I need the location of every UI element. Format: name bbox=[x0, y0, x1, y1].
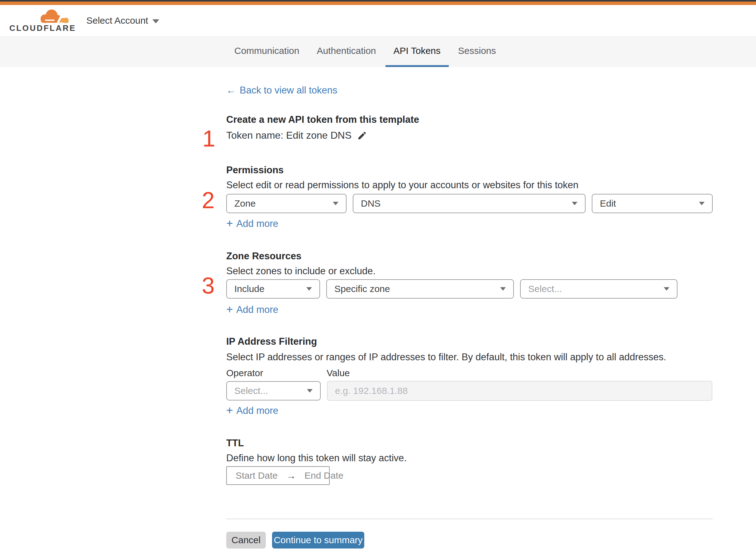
add-more-label: Add more bbox=[236, 304, 278, 316]
footer-divider bbox=[226, 519, 713, 519]
chevron-down-icon bbox=[306, 288, 312, 291]
tab-label: API Tokens bbox=[394, 45, 441, 56]
zone-type-select[interactable]: Specific zone bbox=[326, 279, 514, 299]
page-title: Create a new API token from this templat… bbox=[226, 114, 419, 125]
api-token-template-page: CLOUDFLARE Select Account Communication … bbox=[0, 0, 756, 551]
cloudflare-logo: CLOUDFLARE bbox=[9, 8, 69, 34]
edit-pencil-icon[interactable] bbox=[357, 131, 367, 140]
tab-api-tokens[interactable]: API Tokens bbox=[386, 36, 449, 67]
step-3-marker: 3 bbox=[201, 274, 215, 297]
back-to-tokens-link[interactable]: ← Back to view all tokens bbox=[226, 85, 337, 96]
selected-value: Specific zone bbox=[334, 284, 390, 294]
selected-value: Edit bbox=[600, 198, 616, 209]
back-link-label: Back to view all tokens bbox=[240, 85, 337, 96]
token-name-row: Token name: Edit zone DNS bbox=[226, 130, 367, 141]
ip-filtering-title: IP Address Filtering bbox=[226, 336, 317, 347]
zone-resources-select-row: Include Specific zone Select... bbox=[226, 279, 678, 299]
ip-filtering-add-more-button[interactable]: + Add more bbox=[226, 405, 278, 416]
tab-label: Authentication bbox=[316, 45, 376, 56]
back-arrow-icon: ← bbox=[226, 85, 236, 96]
chevron-down-icon bbox=[572, 202, 578, 205]
ip-filtering-row: Select... bbox=[226, 381, 712, 401]
selected-value: Zone bbox=[234, 198, 255, 209]
chevron-down-icon bbox=[699, 202, 705, 205]
operator-label: Operator bbox=[226, 368, 263, 378]
selected-value: Include bbox=[234, 284, 264, 294]
zone-resources-title: Zone Resources bbox=[226, 250, 301, 262]
cloudflare-cloud-icon bbox=[37, 9, 69, 25]
ip-value-input bbox=[327, 381, 712, 401]
zone-resources-subtitle: Select zones to include or exclude. bbox=[226, 265, 375, 277]
step-2-marker: 2 bbox=[201, 189, 215, 212]
tab-label: Sessions bbox=[458, 45, 496, 56]
tab-authentication[interactable]: Authentication bbox=[308, 36, 384, 67]
ip-filtering-subtitle: Select IP addresses or ranges of IP addr… bbox=[226, 352, 666, 363]
chevron-down-icon bbox=[333, 202, 338, 205]
app-header: CLOUDFLARE Select Account bbox=[0, 5, 756, 36]
tabs-group: Communication Authentication API Tokens … bbox=[226, 36, 504, 67]
plus-icon: + bbox=[226, 217, 233, 229]
placeholder-value: Select... bbox=[528, 284, 562, 294]
permission-level-select[interactable]: Edit bbox=[592, 194, 713, 213]
zone-resources-add-more-button[interactable]: + Add more bbox=[226, 304, 278, 316]
permissions-add-more-button[interactable]: + Add more bbox=[226, 218, 278, 229]
ttl-subtitle: Define how long this token will stay act… bbox=[226, 453, 407, 464]
placeholder-value: Select... bbox=[234, 386, 268, 396]
zone-picker-select[interactable]: Select... bbox=[520, 279, 678, 299]
brand-orange-bar bbox=[0, 2, 756, 5]
plus-icon: + bbox=[226, 304, 233, 315]
add-more-label: Add more bbox=[236, 405, 278, 416]
permissions-select-row: Zone DNS Edit bbox=[226, 194, 713, 213]
plus-icon: + bbox=[226, 405, 233, 416]
cloudflare-wordmark: CLOUDFLARE bbox=[9, 23, 76, 33]
end-date-placeholder: End Date bbox=[304, 470, 343, 481]
ip-operator-select[interactable]: Select... bbox=[226, 381, 321, 401]
account-selector[interactable]: Select Account bbox=[86, 5, 159, 36]
tab-label: Communication bbox=[234, 45, 299, 56]
chevron-down-icon bbox=[307, 389, 312, 393]
profile-tabbar: Communication Authentication API Tokens … bbox=[0, 36, 756, 67]
chevron-down-icon bbox=[152, 19, 159, 23]
ttl-date-range-picker[interactable]: Start Date → End Date bbox=[226, 466, 330, 485]
chevron-down-icon bbox=[500, 288, 506, 291]
zone-include-select[interactable]: Include bbox=[226, 279, 320, 299]
permission-group-select[interactable]: DNS bbox=[353, 194, 586, 213]
arrow-right-icon: → bbox=[286, 470, 296, 482]
start-date-placeholder: Start Date bbox=[235, 470, 278, 481]
tab-communication[interactable]: Communication bbox=[226, 36, 307, 67]
step-1-marker: 1 bbox=[202, 127, 216, 150]
tab-sessions[interactable]: Sessions bbox=[450, 36, 504, 67]
permissions-title: Permissions bbox=[226, 164, 283, 176]
chevron-down-icon bbox=[664, 288, 669, 291]
permissions-subtitle: Select edit or read permissions to apply… bbox=[226, 179, 578, 191]
continue-to-summary-button[interactable]: Continue to summary bbox=[272, 532, 364, 549]
value-label: Value bbox=[326, 368, 350, 378]
token-name-text: Token name: Edit zone DNS bbox=[226, 130, 351, 141]
account-selector-label: Select Account bbox=[86, 15, 148, 26]
selected-value: DNS bbox=[361, 198, 381, 209]
ttl-title: TTL bbox=[226, 438, 244, 449]
cancel-button[interactable]: Cancel bbox=[226, 532, 266, 549]
add-more-label: Add more bbox=[236, 218, 278, 229]
permission-scope-select[interactable]: Zone bbox=[226, 194, 346, 213]
